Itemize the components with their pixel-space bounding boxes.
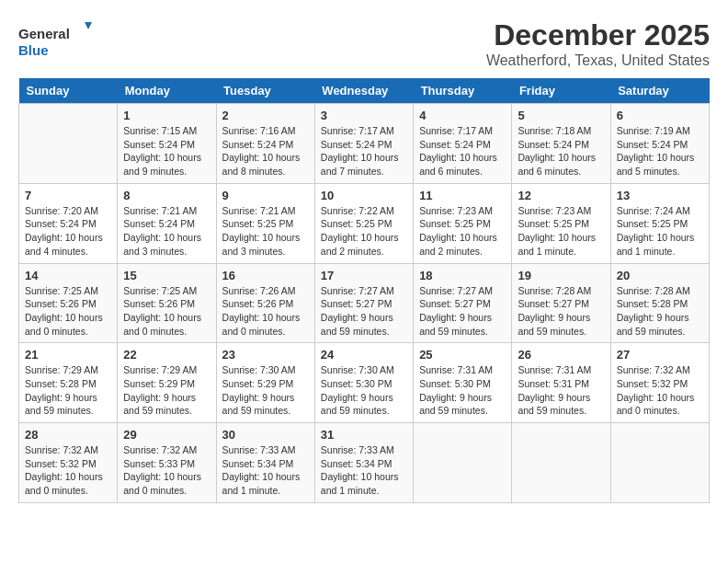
week-row-3: 14Sunrise: 7:25 AMSunset: 5:26 PMDayligh… <box>19 263 710 343</box>
day-info: Sunrise: 7:17 AMSunset: 5:24 PMDaylight:… <box>419 124 506 178</box>
day-info: Sunrise: 7:29 AMSunset: 5:29 PMDaylight:… <box>123 363 210 418</box>
day-info: Sunrise: 7:16 AMSunset: 5:24 PMDaylight:… <box>222 124 309 178</box>
day-number: 3 <box>321 109 407 122</box>
day-number: 9 <box>222 189 309 202</box>
day-info: Sunrise: 7:25 AMSunset: 5:26 PMDaylight:… <box>25 284 111 339</box>
day-number: 29 <box>123 428 210 442</box>
week-row-2: 7Sunrise: 7:20 AMSunset: 5:24 PMDaylight… <box>19 183 710 263</box>
day-number: 25 <box>419 348 506 362</box>
day-info: Sunrise: 7:22 AMSunset: 5:25 PMDaylight:… <box>321 204 407 259</box>
day-info: Sunrise: 7:31 AMSunset: 5:30 PMDaylight:… <box>419 363 506 418</box>
calendar-cell: 20Sunrise: 7:28 AMSunset: 5:28 PMDayligh… <box>610 263 709 343</box>
calendar-cell <box>414 423 512 503</box>
day-info: Sunrise: 7:25 AMSunset: 5:26 PMDaylight:… <box>123 284 210 339</box>
day-number: 6 <box>617 109 703 122</box>
calendar-cell: 26Sunrise: 7:31 AMSunset: 5:31 PMDayligh… <box>512 343 610 423</box>
calendar-cell: 29Sunrise: 7:32 AMSunset: 5:33 PMDayligh… <box>118 423 216 503</box>
week-row-5: 28Sunrise: 7:32 AMSunset: 5:32 PMDayligh… <box>19 423 710 503</box>
calendar-cell: 22Sunrise: 7:29 AMSunset: 5:29 PMDayligh… <box>118 343 216 423</box>
day-info: Sunrise: 7:30 AMSunset: 5:30 PMDaylight:… <box>321 363 407 418</box>
calendar-table: SundayMondayTuesdayWednesdayThursdayFrid… <box>18 78 710 503</box>
page-header: General Blue December 2025 Weatherford, … <box>18 18 710 69</box>
calendar-cell: 12Sunrise: 7:23 AMSunset: 5:25 PMDayligh… <box>512 183 610 263</box>
day-info: Sunrise: 7:27 AMSunset: 5:27 PMDaylight:… <box>419 284 506 339</box>
weekday-header-row: SundayMondayTuesdayWednesdayThursdayFrid… <box>19 78 710 104</box>
svg-text:General: General <box>18 26 70 41</box>
day-info: Sunrise: 7:17 AMSunset: 5:24 PMDaylight:… <box>321 124 407 178</box>
day-number: 16 <box>222 269 309 282</box>
day-number: 14 <box>25 269 111 282</box>
day-info: Sunrise: 7:18 AMSunset: 5:24 PMDaylight:… <box>518 124 604 178</box>
calendar-cell: 19Sunrise: 7:28 AMSunset: 5:27 PMDayligh… <box>512 263 610 343</box>
calendar-cell <box>610 423 709 503</box>
day-info: Sunrise: 7:23 AMSunset: 5:25 PMDaylight:… <box>419 204 506 259</box>
day-number: 28 <box>25 428 111 442</box>
weekday-header-thursday: Thursday <box>414 78 512 104</box>
day-info: Sunrise: 7:29 AMSunset: 5:28 PMDaylight:… <box>25 363 111 418</box>
svg-text:Blue: Blue <box>18 42 49 58</box>
day-info: Sunrise: 7:32 AMSunset: 5:32 PMDaylight:… <box>617 363 703 418</box>
day-number: 4 <box>419 109 506 122</box>
day-info: Sunrise: 7:30 AMSunset: 5:29 PMDaylight:… <box>222 363 309 418</box>
logo: General Blue <box>18 18 92 64</box>
day-info: Sunrise: 7:15 AMSunset: 5:24 PMDaylight:… <box>123 124 210 178</box>
weekday-header-friday: Friday <box>512 78 610 104</box>
day-info: Sunrise: 7:19 AMSunset: 5:24 PMDaylight:… <box>617 124 703 178</box>
day-info: Sunrise: 7:32 AMSunset: 5:32 PMDaylight:… <box>25 443 111 498</box>
day-info: Sunrise: 7:23 AMSunset: 5:25 PMDaylight:… <box>518 204 604 259</box>
day-info: Sunrise: 7:31 AMSunset: 5:31 PMDaylight:… <box>518 363 604 418</box>
calendar-cell: 17Sunrise: 7:27 AMSunset: 5:27 PMDayligh… <box>314 263 413 343</box>
calendar-cell: 6Sunrise: 7:19 AMSunset: 5:24 PMDaylight… <box>610 104 709 184</box>
day-info: Sunrise: 7:32 AMSunset: 5:33 PMDaylight:… <box>123 443 210 498</box>
calendar-cell: 11Sunrise: 7:23 AMSunset: 5:25 PMDayligh… <box>414 183 512 263</box>
weekday-header-wednesday: Wednesday <box>314 78 413 104</box>
day-info: Sunrise: 7:21 AMSunset: 5:25 PMDaylight:… <box>222 204 309 259</box>
day-number: 8 <box>123 189 210 202</box>
day-info: Sunrise: 7:26 AMSunset: 5:26 PMDaylight:… <box>222 284 309 339</box>
day-number: 10 <box>321 189 407 202</box>
day-number: 31 <box>321 428 407 442</box>
day-number: 13 <box>617 189 703 202</box>
day-number: 15 <box>123 269 210 282</box>
day-info: Sunrise: 7:33 AMSunset: 5:34 PMDaylight:… <box>321 443 407 498</box>
logo-svg: General Blue <box>18 18 92 64</box>
day-info: Sunrise: 7:33 AMSunset: 5:34 PMDaylight:… <box>222 443 309 498</box>
weekday-header-monday: Monday <box>118 78 216 104</box>
weekday-header-sunday: Sunday <box>19 78 118 104</box>
day-number: 18 <box>419 269 506 282</box>
day-number: 19 <box>518 269 604 282</box>
title-block: December 2025 Weatherford, Texas, United… <box>486 18 710 69</box>
calendar-cell: 30Sunrise: 7:33 AMSunset: 5:34 PMDayligh… <box>216 423 314 503</box>
day-number: 20 <box>617 269 703 282</box>
day-number: 17 <box>321 269 407 282</box>
calendar-cell: 14Sunrise: 7:25 AMSunset: 5:26 PMDayligh… <box>19 263 118 343</box>
day-number: 22 <box>123 348 210 362</box>
day-info: Sunrise: 7:28 AMSunset: 5:28 PMDaylight:… <box>617 284 703 339</box>
page-title: December 2025 <box>486 18 710 52</box>
day-info: Sunrise: 7:20 AMSunset: 5:24 PMDaylight:… <box>25 204 111 259</box>
calendar-cell: 5Sunrise: 7:18 AMSunset: 5:24 PMDaylight… <box>512 104 610 184</box>
calendar-cell <box>512 423 610 503</box>
day-number: 12 <box>518 189 604 202</box>
day-info: Sunrise: 7:21 AMSunset: 5:24 PMDaylight:… <box>123 204 210 259</box>
calendar-cell: 16Sunrise: 7:26 AMSunset: 5:26 PMDayligh… <box>216 263 314 343</box>
calendar-cell <box>19 104 118 184</box>
calendar-cell: 18Sunrise: 7:27 AMSunset: 5:27 PMDayligh… <box>414 263 512 343</box>
day-number: 30 <box>222 428 309 442</box>
week-row-4: 21Sunrise: 7:29 AMSunset: 5:28 PMDayligh… <box>19 343 710 423</box>
calendar-cell: 1Sunrise: 7:15 AMSunset: 5:24 PMDaylight… <box>118 104 216 184</box>
day-number: 2 <box>222 109 309 122</box>
day-number: 24 <box>321 348 407 362</box>
calendar-cell: 25Sunrise: 7:31 AMSunset: 5:30 PMDayligh… <box>414 343 512 423</box>
calendar-cell: 28Sunrise: 7:32 AMSunset: 5:32 PMDayligh… <box>19 423 118 503</box>
calendar-cell: 10Sunrise: 7:22 AMSunset: 5:25 PMDayligh… <box>314 183 413 263</box>
calendar-cell: 7Sunrise: 7:20 AMSunset: 5:24 PMDaylight… <box>19 183 118 263</box>
day-number: 7 <box>25 189 111 202</box>
calendar-cell: 8Sunrise: 7:21 AMSunset: 5:24 PMDaylight… <box>118 183 216 263</box>
day-info: Sunrise: 7:28 AMSunset: 5:27 PMDaylight:… <box>518 284 604 339</box>
day-number: 1 <box>123 109 210 122</box>
calendar-cell: 21Sunrise: 7:29 AMSunset: 5:28 PMDayligh… <box>19 343 118 423</box>
calendar-cell: 15Sunrise: 7:25 AMSunset: 5:26 PMDayligh… <box>118 263 216 343</box>
page-subtitle: Weatherford, Texas, United States <box>486 52 710 69</box>
day-number: 23 <box>222 348 309 362</box>
